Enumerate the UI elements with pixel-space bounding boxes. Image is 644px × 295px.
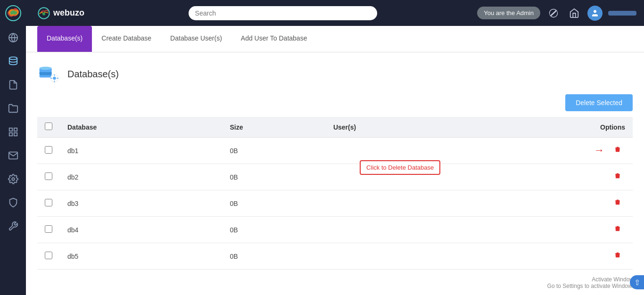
tab-create-database[interactable]: Create Database	[92, 26, 161, 52]
select-all-checkbox[interactable]	[45, 123, 52, 130]
wordpress-icon[interactable]	[546, 6, 561, 21]
col-header-options: Options	[464, 117, 633, 138]
db-users-db3	[326, 190, 464, 217]
db-size-db2: 0B	[223, 164, 326, 190]
db-size-db4: 0B	[223, 217, 326, 243]
home-icon[interactable]	[567, 6, 582, 21]
sidebar-item-database[interactable]	[0, 49, 26, 73]
sidebar-logo	[0, 0, 26, 26]
sidebar-item-file[interactable]	[0, 73, 26, 97]
row-checkbox-db3[interactable]	[45, 199, 52, 206]
sidebar	[0, 0, 26, 295]
svg-point-2	[9, 57, 17, 60]
sidebar-item-grid[interactable]	[0, 120, 26, 144]
section-title: Database(s)	[67, 69, 119, 80]
delete-button-db2[interactable]	[610, 170, 625, 184]
svg-point-9	[42, 12, 45, 15]
delete-selected-button[interactable]: Delete Selected	[565, 94, 633, 111]
section-icon	[37, 64, 61, 85]
arrow-indicator: →	[594, 144, 604, 156]
tabs-bar: Database(s) Create Database Database Use…	[26, 26, 644, 52]
db-name-db2: db2	[60, 164, 223, 190]
db-users-db2: Click to Delete Database	[326, 164, 464, 190]
section-header: Database(s)	[37, 64, 633, 85]
watermark-line2: Go to Settings to activate Windows.	[547, 283, 636, 289]
svg-point-10	[594, 10, 596, 13]
db-name-db3: db3	[60, 190, 223, 217]
sidebar-item-wrench[interactable]	[0, 214, 26, 238]
sidebar-item-email[interactable]	[0, 144, 26, 167]
main-area: webuzo You are the Admin Database(s) Cre…	[26, 0, 644, 295]
db-users-db4	[326, 217, 464, 243]
table-row: db5 0B	[37, 243, 633, 270]
topnav: webuzo You are the Admin	[26, 0, 644, 26]
db-size-db5: 0B	[223, 243, 326, 270]
delete-selected-row: Delete Selected	[37, 94, 633, 111]
row-checkbox-db1[interactable]	[45, 146, 52, 154]
svg-point-16	[53, 77, 56, 80]
app-name: webuzo	[53, 8, 84, 18]
databases-table: Database Size User(s) Options db1 0B	[37, 117, 633, 270]
row-checkbox-db4[interactable]	[45, 225, 52, 233]
col-header-size: Size	[223, 117, 326, 138]
page-content: Database(s) Delete Selected Database Siz…	[26, 52, 644, 281]
search-box[interactable]	[189, 6, 377, 20]
col-header-users: User(s)	[326, 117, 464, 138]
svg-point-14	[40, 67, 52, 70]
svg-rect-3	[9, 128, 12, 131]
user-avatar[interactable]	[587, 6, 603, 21]
admin-badge: You are the Admin	[477, 7, 540, 19]
svg-rect-4	[14, 128, 17, 131]
app-logo[interactable]: webuzo	[33, 7, 88, 20]
svg-rect-5	[9, 133, 12, 136]
tab-database-users[interactable]: Database User(s)	[161, 26, 231, 52]
tab-databases[interactable]: Database(s)	[37, 26, 92, 52]
table-row: db2 0B Click to Delete Database	[37, 164, 633, 190]
delete-button-db4[interactable]	[610, 222, 625, 237]
row-checkbox-db5[interactable]	[45, 252, 52, 259]
scroll-to-top-button[interactable]: ⇧	[630, 275, 644, 289]
tab-add-user[interactable]: Add User To Database	[231, 26, 317, 52]
sidebar-item-settings[interactable]	[0, 167, 26, 191]
delete-tooltip: Click to Delete Database	[360, 160, 440, 175]
table-header-row: Database Size User(s) Options	[37, 117, 633, 138]
db-users-db5	[326, 243, 464, 270]
db-size-db1: 0B	[223, 138, 326, 164]
delete-button-db5[interactable]	[610, 249, 625, 263]
svg-rect-6	[14, 133, 17, 136]
sidebar-item-shield[interactable]	[0, 191, 26, 214]
db-size-db3: 0B	[223, 190, 326, 217]
table-row: db3 0B	[37, 190, 633, 217]
db-name-db5: db5	[60, 243, 223, 270]
table-row: db1 0B →	[37, 138, 633, 164]
search-input[interactable]	[189, 6, 377, 20]
svg-point-7	[12, 178, 15, 180]
content-area: Database(s) Create Database Database Use…	[26, 26, 644, 295]
sidebar-item-folder[interactable]	[0, 97, 26, 120]
username-label[interactable]	[608, 11, 636, 16]
table-row: db4 0B	[37, 217, 633, 243]
db-name-db1: db1	[60, 138, 223, 164]
db-name-db4: db4	[60, 217, 223, 243]
row-checkbox-db2[interactable]	[45, 172, 52, 180]
delete-button-db3[interactable]	[610, 196, 625, 211]
col-header-database: Database	[60, 117, 223, 138]
sidebar-item-globe[interactable]	[0, 26, 26, 49]
delete-button-db1[interactable]	[610, 143, 625, 158]
